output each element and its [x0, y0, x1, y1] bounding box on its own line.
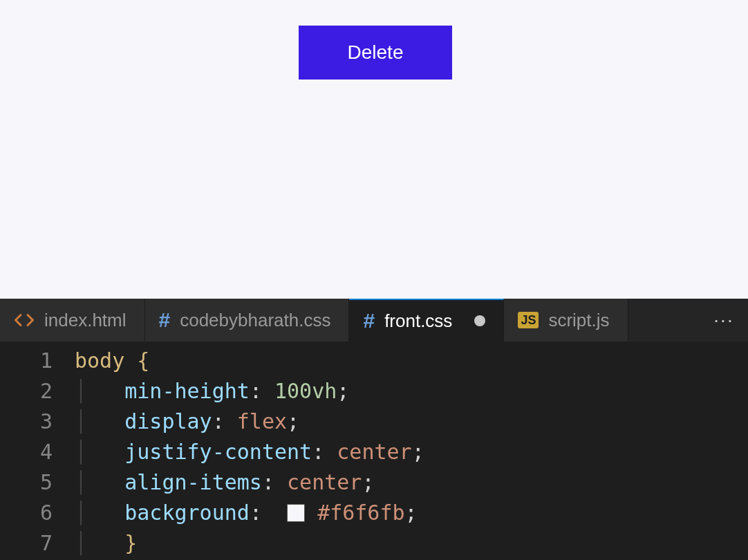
tab-front-css[interactable]: # front.css — [349, 299, 504, 342]
code-line: │ min-height: 100vh; — [75, 376, 748, 407]
tab-script-js[interactable]: JS script.js — [504, 299, 628, 342]
code-line: │ } — [75, 528, 748, 559]
tab-overflow-button[interactable]: ··· — [700, 299, 748, 342]
js-icon: JS — [518, 312, 539, 328]
code-line: │ display: flex; — [75, 407, 748, 437]
code-line: │ justify-content: center; — [75, 437, 748, 467]
tab-label: front.css — [384, 310, 452, 332]
preview-pane: Delete — [0, 0, 748, 299]
line-number: 5 — [0, 467, 53, 498]
code-content[interactable]: body { │ min-height: 100vh; │ display: f… — [75, 346, 748, 560]
delete-button-label: Delete — [348, 41, 404, 64]
hash-icon: # — [159, 308, 171, 332]
tab-index-html[interactable]: index.html — [0, 299, 145, 342]
hash-icon: # — [363, 309, 375, 333]
code-line: │ background: #f6f6fb; — [75, 498, 748, 528]
line-number: 2 — [0, 376, 53, 407]
code-area[interactable]: 1 2 3 4 5 6 7 body { │ min-height: 100vh… — [0, 342, 748, 560]
code-line: │ align-items: center; — [75, 467, 748, 498]
line-number: 4 — [0, 437, 53, 467]
code-icon — [14, 310, 35, 330]
code-line: body { — [75, 346, 748, 376]
tab-label: script.js — [548, 310, 609, 331]
tab-bar: index.html # codebybharath.css # front.c… — [0, 299, 748, 342]
tab-codebybharath-css[interactable]: # codebybharath.css — [145, 299, 350, 342]
tab-label: index.html — [44, 310, 127, 331]
line-number-gutter: 1 2 3 4 5 6 7 — [0, 346, 75, 560]
line-number: 6 — [0, 498, 53, 528]
tab-label: codebybharath.css — [180, 310, 330, 331]
ellipsis-icon: ··· — [713, 309, 733, 331]
color-swatch-icon — [287, 504, 305, 522]
line-number: 7 — [0, 528, 53, 559]
delete-button[interactable]: Delete — [299, 26, 452, 80]
dirty-indicator-icon — [474, 315, 485, 326]
line-number: 1 — [0, 346, 53, 376]
line-number: 3 — [0, 407, 53, 437]
editor-pane: index.html # codebybharath.css # front.c… — [0, 299, 748, 560]
